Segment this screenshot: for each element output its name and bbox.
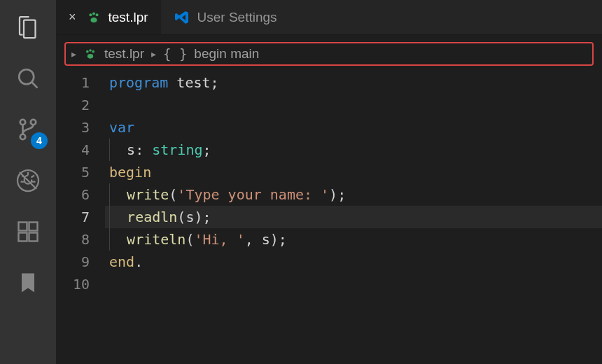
tab-user-settings[interactable]: User Settings (161, 0, 290, 34)
line-number: 6 (56, 183, 90, 206)
symbol-icon: { } (163, 46, 187, 62)
code-editor[interactable]: 1 2 3 4 5 6 7 8 9 10 program test; var s… (56, 70, 602, 364)
paw-icon (86, 10, 102, 25)
breadcrumb-symbol[interactable]: begin main (194, 46, 259, 62)
svg-rect-6 (19, 223, 27, 231)
svg-point-14 (86, 50, 89, 53)
svg-point-10 (89, 13, 92, 16)
svg-line-1 (31, 82, 37, 88)
extensions-icon[interactable] (11, 215, 45, 248)
chevron-right-icon: ▸ (71, 48, 76, 59)
code-line: end. (105, 251, 602, 273)
code-line: program test; (105, 71, 602, 94)
tab-label: User Settings (197, 10, 277, 25)
tab-bar: × test.lpr User Settings (56, 0, 602, 35)
svg-point-0 (19, 69, 34, 84)
svg-point-11 (92, 12, 94, 15)
line-number: 3 (56, 116, 90, 139)
line-number: 1 (56, 71, 90, 94)
code-line (105, 94, 602, 116)
line-number: 4 (56, 139, 90, 161)
tab-test-lpr[interactable]: × test.lpr (56, 0, 161, 34)
svg-point-3 (20, 134, 26, 140)
svg-point-2 (31, 120, 36, 125)
line-number: 9 (56, 251, 90, 273)
code-line: writeln('Hi, ', s); (105, 228, 602, 251)
close-icon[interactable]: × (69, 10, 76, 24)
editor-group: × test.lpr User Settings ▸ test.lpr ▸ { … (56, 0, 602, 364)
svg-point-16 (92, 50, 94, 53)
scm-badge: 4 (31, 132, 48, 149)
bookmark-icon[interactable] (11, 266, 45, 300)
code-line (105, 273, 602, 295)
breadcrumb[interactable]: ▸ test.lpr ▸ { } begin main (64, 42, 594, 66)
activity-bar: 4 (0, 0, 56, 364)
paw-icon (83, 47, 97, 61)
chevron-right-icon: ▸ (151, 48, 156, 59)
line-number: 5 (56, 161, 90, 183)
line-number: 10 (56, 273, 90, 295)
scm-icon[interactable]: 4 (11, 113, 45, 146)
line-gutter: 1 2 3 4 5 6 7 8 9 10 (56, 71, 105, 364)
svg-point-4 (20, 120, 26, 125)
code-line: s: string; (105, 139, 602, 161)
code-line: begin (105, 161, 602, 183)
line-number: 8 (56, 228, 90, 251)
code-line: write('Type your name: '); (105, 183, 602, 206)
search-icon[interactable] (11, 62, 45, 95)
svg-point-12 (95, 13, 98, 16)
debug-icon[interactable] (11, 164, 45, 197)
svg-point-15 (89, 49, 92, 52)
svg-point-17 (88, 54, 93, 59)
svg-rect-7 (19, 233, 27, 241)
breadcrumb-file[interactable]: test.lpr (104, 46, 144, 62)
line-number: 7 (56, 206, 90, 228)
explorer-icon[interactable] (11, 10, 45, 44)
svg-rect-9 (29, 223, 38, 231)
code-line: var (105, 116, 602, 139)
tab-label: test.lpr (108, 10, 148, 25)
svg-point-13 (90, 18, 97, 22)
svg-rect-8 (29, 233, 38, 241)
code-content[interactable]: program test; var s: string; begin write… (105, 71, 602, 364)
line-number: 2 (56, 94, 90, 116)
vscode-icon (174, 9, 190, 26)
code-line: readln(s); (105, 206, 602, 228)
